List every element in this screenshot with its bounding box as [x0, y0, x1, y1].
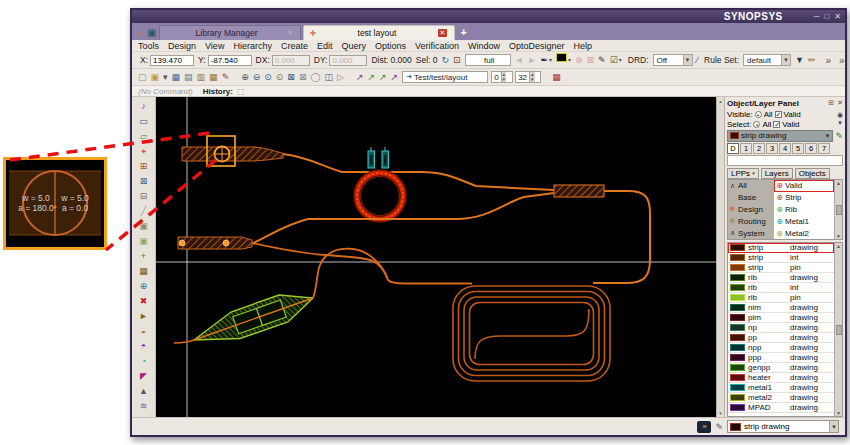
- print-icon[interactable]: ▤: [184, 70, 193, 84]
- filter-funnel-icon[interactable]: ▼: [795, 53, 804, 67]
- library-icon[interactable]: ▣: [147, 25, 156, 40]
- group-name-design[interactable]: Design: [737, 204, 774, 216]
- save-icon[interactable]: ▦: [172, 70, 181, 84]
- edit-pen-icon[interactable]: ✎: [598, 53, 606, 67]
- y-input[interactable]: [208, 55, 252, 66]
- active-layer-combo[interactable]: strip drawing ▼: [727, 130, 833, 142]
- zoom-prev-icon[interactable]: ⊠: [299, 70, 307, 84]
- menu-optodesigner[interactable]: OptoDesigner: [509, 41, 565, 51]
- layer-row-ppp-drawing[interactable]: pppdrawing: [728, 353, 834, 363]
- layer-row-nim-drawing[interactable]: nimdrawing: [728, 303, 834, 313]
- menu-options[interactable]: Options: [375, 41, 406, 51]
- display-level-4[interactable]: 4: [779, 143, 791, 154]
- paste-tool-icon[interactable]: ▣: [139, 234, 148, 249]
- visible-valid-checkbox[interactable]: ✓: [775, 111, 782, 118]
- display-level-5[interactable]: 5: [792, 143, 804, 154]
- layer-row-pim-drawing[interactable]: pimdrawing: [728, 313, 834, 323]
- layer-row-strip-int[interactable]: stripint: [728, 253, 834, 263]
- x-input[interactable]: [150, 55, 194, 66]
- drd-check-icon-dropdown[interactable]: ▾: [619, 53, 622, 67]
- return-hierarchy-icon[interactable]: ↗: [391, 70, 399, 84]
- table-icon[interactable]: ▦: [209, 70, 218, 84]
- display-level-3[interactable]: 3: [766, 143, 778, 154]
- technology-cell-metal1[interactable]: ⊕Metal1: [774, 215, 834, 227]
- zoom-window-icon[interactable]: ⊙: [264, 70, 272, 84]
- close-button[interactable]: ✕: [834, 12, 841, 22]
- toolbar-overflow-button-2[interactable]: »: [839, 55, 845, 66]
- via-tool-icon[interactable]: ◔: [141, 354, 146, 369]
- layout-canvas[interactable]: [156, 97, 716, 417]
- ruleset-combo[interactable]: default ▼: [743, 54, 791, 66]
- layer-row-heater-drawing[interactable]: heaterdrawing: [728, 373, 834, 383]
- select-valid-checkbox[interactable]: ✓: [773, 121, 780, 128]
- tab-close-icon[interactable]: ✕: [438, 29, 448, 37]
- corner-tool-icon[interactable]: ◤: [140, 369, 147, 384]
- edit-in-place-icon[interactable]: ↗: [379, 70, 387, 84]
- menu-create[interactable]: Create: [281, 41, 308, 51]
- tab-test-layout[interactable]: ✛ test layout ✕: [303, 25, 455, 40]
- slash-tool-icon[interactable]: ╱: [141, 204, 146, 219]
- layers-scrollbar[interactable]: ▲▼: [834, 243, 842, 416]
- view-level-combo[interactable]: full: [465, 54, 511, 66]
- maximize-button[interactable]: □: [824, 12, 829, 22]
- layer-row-genpp-drawing[interactable]: genppdrawing: [728, 363, 834, 373]
- copy-tool-icon[interactable]: ▣: [139, 219, 148, 234]
- clear-highlight-icon[interactable]: ⊗: [575, 53, 583, 67]
- refresh-view-icon[interactable]: ↻: [442, 53, 450, 67]
- zoom-fit-icon[interactable]: ⊙: [276, 70, 284, 84]
- tab-library-manager[interactable]: Library Manager ✕: [159, 25, 301, 40]
- active-layer-swatch[interactable]: [556, 53, 567, 62]
- console-icon[interactable]: »: [697, 421, 711, 433]
- merge-tool-icon[interactable]: ⊕: [140, 279, 148, 294]
- display-level-2[interactable]: 2: [753, 143, 765, 154]
- technology-cell-valid[interactable]: ⊕Valid: [774, 180, 834, 192]
- grid-icon[interactable]: ▦: [552, 70, 561, 84]
- layer-filter-input[interactable]: [727, 155, 843, 166]
- layer-row-MPAD-drawing[interactable]: MPADdrawing: [728, 403, 834, 413]
- history-icon[interactable]: ⬚: [237, 87, 245, 96]
- pan-view-icon[interactable]: ◫: [325, 70, 334, 84]
- view-next-icon[interactable]: ►: [528, 53, 537, 67]
- panel-tab-objects[interactable]: Objects: [795, 168, 830, 179]
- tab-close-icon[interactable]: ✕: [288, 29, 294, 37]
- text-tool-icon[interactable]: ◓: [141, 339, 146, 354]
- layer-row-npp-drawing[interactable]: nppdrawing: [728, 343, 834, 353]
- layer-row-rib-int[interactable]: ribint: [728, 283, 834, 293]
- menu-window[interactable]: Window: [468, 41, 500, 51]
- array-tool-icon[interactable]: ⊞: [140, 159, 148, 174]
- note-tool-icon[interactable]: ♪: [141, 99, 146, 114]
- technology-cell-strip[interactable]: ⊕Strip: [774, 192, 834, 204]
- technology-cell-rib[interactable]: ⊕Rib: [774, 204, 834, 216]
- stylus-tool-icon[interactable]: ✒: [540, 53, 548, 67]
- select-box-icon[interactable]: ⊡: [453, 53, 461, 67]
- technology-cell-metal2[interactable]: ⊕Metal2: [774, 227, 834, 239]
- measure-tool-icon[interactable]: ◒: [141, 324, 146, 339]
- panel-refresh-icon[interactable]: ◉: [837, 111, 843, 119]
- select-all-radio[interactable]: •: [753, 121, 760, 128]
- minimize-button[interactable]: ─: [814, 12, 820, 22]
- layer-row-strip-drawing[interactable]: stripdrawing: [728, 243, 834, 253]
- panel-rail-dropdown-icon[interactable]: ▾: [838, 119, 842, 127]
- home-icon[interactable]: ⌂: [137, 25, 143, 40]
- up-tool-icon[interactable]: ▲: [139, 384, 148, 399]
- add-tool-icon[interactable]: +: [141, 249, 146, 264]
- drd-mode-combo[interactable]: Off ▼: [653, 54, 693, 66]
- brush-icon[interactable]: ✏: [808, 53, 816, 67]
- menu-query[interactable]: Query: [341, 41, 366, 51]
- history-label[interactable]: History:: [203, 87, 233, 96]
- display-level-d[interactable]: D: [727, 143, 739, 154]
- flatten-tool-icon[interactable]: ⊟: [140, 189, 148, 204]
- toolbar-overflow-button[interactable]: »: [825, 55, 831, 66]
- spline-edit-icon[interactable]: ✎: [715, 422, 723, 432]
- fill-tool-icon[interactable]: ▦: [139, 264, 148, 279]
- panel-dock-icon[interactable]: ⊞: [828, 99, 834, 107]
- zoom-in-icon[interactable]: ⊕: [241, 70, 249, 84]
- zoom-out-icon[interactable]: ⊖: [253, 70, 261, 84]
- layers-tool-icon[interactable]: ≋: [140, 399, 148, 414]
- panel-close-icon[interactable]: ✕: [837, 99, 843, 107]
- layer-row-pp-drawing[interactable]: ppdrawing: [728, 333, 834, 343]
- visible-all-radio[interactable]: •: [755, 111, 762, 118]
- open-file-icon[interactable]: ▣: [151, 70, 160, 84]
- display-level-7[interactable]: 7: [818, 143, 830, 154]
- view-prev-icon[interactable]: ◄: [515, 53, 524, 67]
